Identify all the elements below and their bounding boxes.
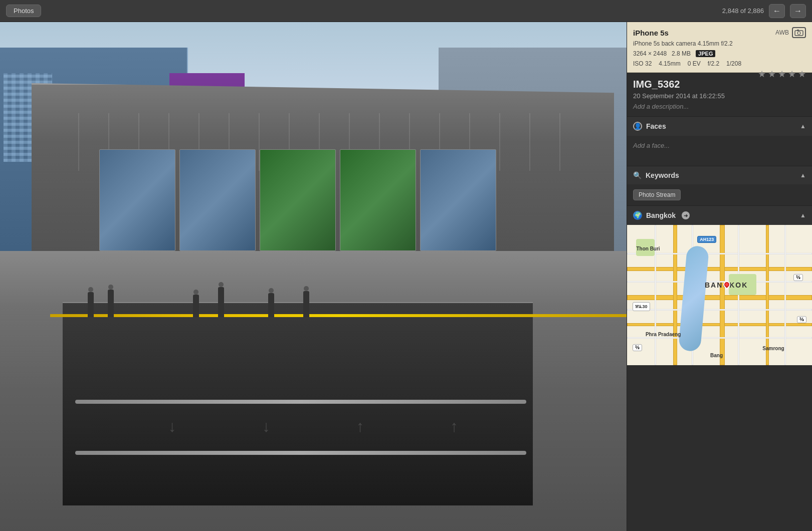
keywords-icon: 🔍 [633, 171, 642, 179]
photo-count: 2,848 of 2,886 [722, 7, 764, 15]
bang-label: Bang [710, 353, 723, 358]
samrong-label: Samrong [762, 346, 784, 351]
camera-info-row1: iPhone 5s AWB [633, 27, 806, 38]
faces-title: Faces [646, 122, 666, 130]
location-chevron-icon: ▲ [800, 212, 806, 219]
photo-area: ↓ ↓ ↑ ↑ [0, 22, 627, 531]
keywords-title: Keywords [646, 171, 679, 179]
keywords-header-left: 🔍 Keywords [633, 171, 679, 179]
prev-photo-button[interactable]: ← [769, 4, 785, 18]
star-rating[interactable]: ★ ★ ★ ★ ★ [758, 69, 806, 80]
star-1[interactable]: ★ [758, 69, 766, 80]
faces-body: Add a face... [627, 136, 812, 166]
camera-exif: ISO 32 4.15mm 0 EV f/2.2 1/208 [633, 60, 806, 67]
main-content: ↓ ↓ ↑ ↑ iPhone 5s [0, 22, 812, 531]
highway-badge-ah123: AH123 [697, 236, 716, 243]
svg-rect-2 [797, 30, 799, 31]
highway-badge-bottom: ⅔ [633, 344, 642, 351]
location-info-icon[interactable]: ➜ [682, 211, 690, 219]
nav-area: 2,848 of 2,886 ← → [722, 4, 806, 18]
globe-icon: 🌍 [633, 211, 642, 220]
highway-badge-right: ⅔ [793, 274, 803, 281]
photo-display: ↓ ↓ ↑ ↑ [0, 22, 627, 531]
keywords-chevron-icon: ▲ [800, 172, 806, 179]
highway-badge-right2: ⅔ [797, 316, 806, 323]
map-container[interactable]: AH123 หน.30 ⅔ ⅔ ⅔ BANGKOK Thon Buri Phra… [627, 225, 812, 365]
camera-model: iPhone 5s [633, 29, 669, 37]
photo-title-section: IMG_5362 20 September 2014 at 16:22:55 A… [627, 73, 812, 117]
exif-shutter: 1/208 [726, 60, 741, 67]
dimensions-text: 3264 × 2448 [633, 50, 667, 57]
highway-badge-m30: หน.30 [633, 302, 650, 311]
keywords-section: 🔍 Keywords ▲ Photo Stream [627, 166, 812, 206]
camera-dimensions: 3264 × 2448 2.8 MB JPEG [633, 50, 806, 57]
location-city: Bangkok [646, 211, 676, 219]
add-face-field[interactable]: Add a face... [633, 142, 670, 149]
location-header-left: 🌍 Bangkok ➜ [633, 211, 690, 220]
location-section: 🌍 Bangkok ➜ ▲ [627, 206, 812, 531]
camera-svg-icon [794, 29, 803, 36]
next-photo-button[interactable]: → [790, 4, 806, 18]
camera-icon [792, 27, 806, 38]
jpeg-badge: JPEG [696, 50, 715, 57]
faces-header-left: Faces [633, 122, 666, 131]
thon-buri-label: Thon Buri [636, 246, 660, 251]
top-bar: Photos 2,848 of 2,886 ← → [0, 0, 812, 22]
keywords-body: Photo Stream [627, 184, 812, 205]
photo-date: 20 September 2014 at 16:22:55 [633, 92, 725, 100]
camera-awb: AWB [775, 27, 806, 38]
camera-lens: iPhone 5s back camera 4.15mm f/2.2 [633, 40, 806, 47]
photo-description-field[interactable]: Add a description... [633, 103, 725, 110]
photo-filename: IMG_5362 [633, 79, 725, 90]
exif-aperture: f/2.2 [708, 60, 719, 67]
right-panel: iPhone 5s AWB iPhone 5s back camera 4.15… [627, 22, 812, 531]
exif-iso: ISO 32 [633, 60, 652, 67]
camera-info-section: iPhone 5s AWB iPhone 5s back camera 4.15… [627, 22, 812, 73]
star-4[interactable]: ★ [788, 69, 796, 80]
faces-header[interactable]: Faces ▲ [627, 117, 812, 136]
file-size: 2.8 MB [672, 50, 691, 57]
faces-chevron-icon: ▲ [800, 123, 806, 130]
photos-button[interactable]: Photos [6, 5, 41, 17]
star-5[interactable]: ★ [798, 69, 806, 80]
keywords-header[interactable]: 🔍 Keywords ▲ [627, 166, 812, 184]
star-3[interactable]: ★ [778, 69, 786, 80]
exif-focal-length: 4.15mm [659, 60, 680, 67]
exif-ev: 0 EV [688, 60, 701, 67]
phra-pradaeng-label: Phra Pradaeng [646, 332, 681, 337]
faces-icon [633, 122, 642, 131]
faces-section: Faces ▲ Add a face... [627, 117, 812, 166]
photo-stream-tag[interactable]: Photo Stream [633, 189, 681, 200]
svg-point-1 [797, 32, 800, 35]
map-display: AH123 หน.30 ⅔ ⅔ ⅔ BANGKOK Thon Buri Phra… [627, 225, 812, 365]
star-2[interactable]: ★ [768, 69, 776, 80]
location-header[interactable]: 🌍 Bangkok ➜ ▲ [627, 206, 812, 225]
awb-label: AWB [775, 29, 789, 36]
